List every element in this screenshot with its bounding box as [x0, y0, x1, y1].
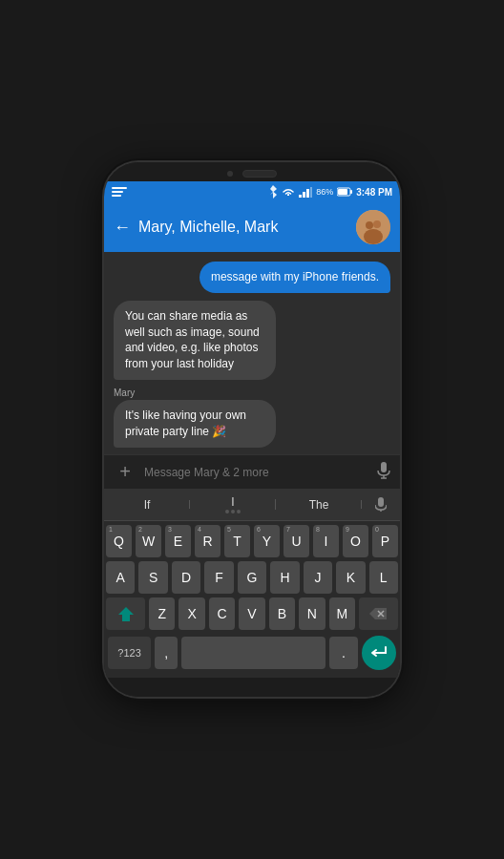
comma-key[interactable]: ,: [155, 637, 178, 669]
battery-percent: 86%: [316, 187, 333, 197]
key-C[interactable]: C: [209, 597, 235, 630]
enter-icon: [370, 646, 388, 660]
backspace-icon: [368, 607, 388, 620]
key-M[interactable]: M: [329, 597, 355, 630]
mic-button[interactable]: [377, 462, 390, 482]
suggestion-bar: If I The: [104, 489, 400, 521]
key-Q[interactable]: 1Q: [106, 525, 132, 557]
app-header: ← Mary, Michelle, Mark: [104, 202, 400, 252]
status-right: 86% 3:48 PM: [268, 185, 392, 199]
attach-button[interactable]: +: [114, 461, 136, 483]
key-G[interactable]: G: [238, 561, 266, 594]
key-T[interactable]: 5T: [224, 525, 250, 557]
key-V[interactable]: V: [239, 597, 264, 630]
key-S[interactable]: S: [138, 561, 167, 594]
svg-rect-14: [378, 497, 384, 507]
message-input[interactable]: [144, 466, 369, 479]
svg-rect-0: [299, 195, 302, 198]
key-H[interactable]: H: [270, 561, 299, 594]
shift-key[interactable]: [106, 597, 145, 630]
phone-device: 86% 3:48 PM ← Mary, Michelle, Mark: [104, 162, 400, 697]
key-O[interactable]: 9O: [343, 525, 368, 557]
phone-top-hardware: [104, 162, 400, 181]
suggestion-3[interactable]: The: [276, 498, 362, 512]
svg-rect-1: [303, 192, 305, 198]
messages-area: message with my iPhone friends. You can …: [104, 252, 400, 454]
avatar[interactable]: [356, 210, 390, 244]
suggestion-2[interactable]: I: [190, 495, 276, 513]
keyboard-rows: 1Q 2W 3E 4R 5T 6Y 7U 8I 9O 0P A S D F: [104, 521, 400, 678]
key-E[interactable]: 3E: [165, 525, 191, 557]
key-N[interactable]: N: [299, 597, 325, 630]
space-key[interactable]: [181, 637, 326, 669]
back-button[interactable]: ←: [114, 218, 131, 238]
svg-rect-3: [310, 187, 312, 198]
svg-rect-5: [350, 190, 352, 194]
key-P[interactable]: 0P: [372, 525, 398, 557]
message-incoming-1: You can share media as well such as imag…: [114, 301, 329, 380]
key-Z[interactable]: Z: [149, 597, 175, 630]
svg-rect-2: [306, 189, 309, 198]
message-outgoing-1: message with my iPhone friends.: [200, 262, 390, 293]
message-incoming-2: Mary It's like having your own private p…: [114, 388, 329, 448]
svg-point-8: [366, 221, 373, 229]
key-K[interactable]: K: [336, 561, 365, 594]
numbers-key[interactable]: ?123: [108, 637, 151, 669]
phone-screen: 86% 3:48 PM ← Mary, Michelle, Mark: [104, 181, 400, 678]
key-W[interactable]: 2W: [136, 525, 161, 557]
microphone-icon: [377, 462, 390, 479]
keyboard-row-2: A S D F G H J K L: [106, 561, 398, 594]
keyboard-status-icon: [112, 187, 127, 197]
key-I[interactable]: 8I: [313, 525, 339, 557]
backspace-key[interactable]: [359, 597, 398, 630]
key-R[interactable]: 4R: [195, 525, 220, 557]
status-time: 3:48 PM: [356, 187, 392, 198]
camera-dot: [227, 171, 233, 177]
svg-rect-17: [122, 618, 130, 621]
svg-rect-11: [381, 462, 387, 472]
bluetooth-icon: [268, 185, 278, 199]
key-B[interactable]: B: [269, 597, 295, 630]
wifi-icon: [282, 187, 295, 198]
period-key[interactable]: .: [329, 637, 358, 669]
speaker-grille: [242, 170, 277, 178]
svg-point-10: [364, 229, 383, 244]
input-area: +: [104, 454, 400, 489]
keyboard-mic-button[interactable]: [362, 497, 400, 513]
svg-marker-16: [118, 607, 134, 620]
status-bar: 86% 3:48 PM: [104, 181, 400, 202]
key-Y[interactable]: 6Y: [254, 525, 280, 557]
suggestion-1[interactable]: If: [104, 498, 190, 512]
key-X[interactable]: X: [178, 597, 204, 630]
battery-icon: [337, 187, 352, 197]
key-D[interactable]: D: [172, 561, 200, 594]
sender-label: Mary: [114, 388, 329, 398]
keyboard-row-3: Z X C V B N M: [106, 597, 398, 630]
key-F[interactable]: F: [204, 561, 233, 594]
keyboard-row-4: ?123 , .: [106, 634, 398, 674]
svg-rect-6: [338, 189, 347, 195]
key-A[interactable]: A: [106, 561, 135, 594]
signal-icon: [299, 187, 312, 198]
avatar-image: [356, 210, 390, 244]
keyboard-row-1: 1Q 2W 3E 4R 5T 6Y 7U 8I 9O 0P: [106, 525, 398, 557]
enter-key[interactable]: [362, 636, 396, 670]
key-L[interactable]: L: [369, 561, 398, 594]
shift-icon: [117, 605, 135, 622]
keyboard-mic-icon: [375, 497, 387, 513]
key-J[interactable]: J: [304, 561, 332, 594]
key-U[interactable]: 7U: [284, 525, 309, 557]
conversation-title: Mary, Michelle, Mark: [138, 219, 348, 236]
status-left: [112, 187, 127, 197]
svg-point-9: [373, 220, 381, 228]
keyboard: If I The: [104, 489, 400, 678]
phone-bottom-hardware: [104, 678, 400, 697]
